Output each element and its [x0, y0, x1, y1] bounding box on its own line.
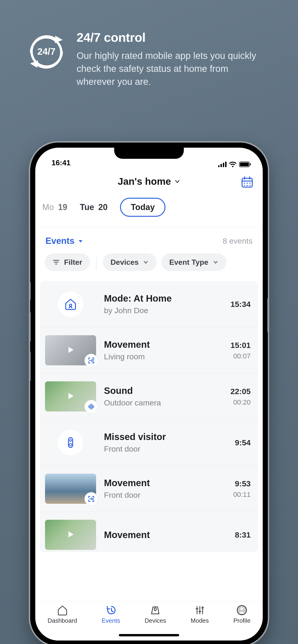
play-icon	[67, 530, 75, 539]
svg-rect-6	[250, 164, 251, 165]
profile-icon	[236, 604, 247, 616]
play-icon	[67, 392, 75, 401]
calendar-button[interactable]	[241, 176, 253, 190]
svg-point-16	[249, 185, 251, 186]
event-type-filter[interactable]: Event Type	[161, 254, 226, 271]
date-item-mon[interactable]: Mo 19	[42, 202, 67, 212]
event-row-sound-outdoor[interactable]: Sound Outdoor camera 22:05 00:20	[40, 374, 258, 420]
event-icon-doorbell	[45, 428, 96, 458]
history-icon	[105, 604, 117, 616]
sliders-icon	[194, 604, 205, 616]
chevron-down-icon	[143, 259, 149, 265]
svg-rect-0	[218, 165, 219, 167]
filter-button[interactable]: Filter	[45, 254, 90, 271]
events-dropdown[interactable]: Events	[46, 236, 83, 246]
home-selector[interactable]: Jan's home	[118, 176, 180, 187]
event-row-movement-front[interactable]: Movement Front door 9:53 00:11	[40, 466, 258, 512]
svg-point-13	[249, 183, 251, 184]
home-indicator	[119, 634, 179, 636]
battery-icon	[239, 162, 251, 167]
status-time: 16:41	[52, 158, 71, 167]
event-row-mode[interactable]: Mode: At Home by John Doe 15:34	[40, 281, 258, 327]
event-row-movement-last[interactable]: Movement 8:31	[40, 512, 258, 552]
svg-point-14	[244, 185, 245, 186]
svg-rect-3	[225, 162, 226, 167]
event-row-missed-visitor[interactable]: Missed visitor Front door 9:54	[40, 420, 258, 466]
phone-notch	[114, 148, 184, 159]
chevron-down-icon	[213, 259, 219, 265]
calendar-icon	[241, 176, 253, 188]
home-title: Jan's home	[118, 176, 171, 187]
chevron-down-icon	[174, 178, 180, 184]
tab-profile[interactable]: Profile	[233, 604, 250, 624]
events-list: Mode: At Home by John Doe 15:34 Movement	[40, 281, 258, 552]
promo-icon-label: 24/7	[37, 46, 56, 56]
svg-point-29	[69, 444, 72, 446]
sound-badge-icon	[85, 400, 98, 413]
phone-frame: 16:41 Jan's home Mo 19 Tue	[30, 142, 268, 644]
promo-title: 24/7 control	[77, 30, 262, 44]
filter-row: Filter Devices Event Type	[35, 254, 263, 281]
svg-point-20	[69, 304, 72, 306]
phone-screen: 16:41 Jan's home Mo 19 Tue	[35, 148, 263, 640]
svg-rect-5	[240, 162, 249, 166]
date-item-tue[interactable]: Tue 20	[80, 202, 107, 212]
event-icon-home	[45, 289, 96, 319]
svg-rect-1	[220, 164, 222, 167]
promo-247-icon: 24/7	[28, 30, 65, 74]
home-icon	[57, 604, 68, 616]
event-row-movement-living[interactable]: Movement Living room 15:01 00:07	[40, 327, 258, 374]
svg-point-11	[244, 183, 245, 184]
motion-badge-icon	[85, 492, 98, 506]
signal-icon	[218, 162, 226, 167]
event-thumbnail	[45, 335, 96, 365]
divider	[96, 255, 97, 270]
doorbell-icon	[64, 436, 77, 449]
svg-rect-2	[223, 163, 224, 167]
event-thumbnail	[45, 520, 96, 550]
home-icon	[64, 298, 77, 310]
filter-icon	[53, 258, 60, 266]
date-strip: Mo 19 Tue 20 Today	[35, 187, 263, 227]
tab-bar: Dashboard Events Devices Modes Profile	[35, 601, 263, 640]
tab-devices[interactable]: Devices	[145, 604, 166, 624]
svg-point-39	[240, 607, 243, 610]
promo-banner: 24/7 24/7 control Our highly rated mobil…	[28, 30, 270, 88]
device-icon	[150, 604, 161, 616]
motion-badge-icon	[85, 354, 98, 367]
tab-modes[interactable]: Modes	[191, 604, 209, 624]
triangle-down-icon	[78, 238, 83, 244]
svg-point-28	[70, 440, 72, 442]
tab-dashboard[interactable]: Dashboard	[48, 604, 77, 624]
event-thumbnail	[45, 381, 96, 412]
svg-point-30	[91, 498, 93, 500]
devices-filter[interactable]: Devices	[103, 254, 157, 271]
svg-point-15	[247, 185, 248, 186]
events-count: 8 events	[223, 236, 252, 246]
wifi-icon	[229, 162, 237, 167]
play-icon	[67, 346, 75, 355]
tab-events[interactable]: Events	[102, 604, 120, 624]
event-thumbnail	[45, 474, 96, 504]
date-item-today[interactable]: Today	[120, 198, 165, 217]
svg-rect-31	[154, 608, 156, 610]
svg-point-12	[247, 183, 248, 184]
promo-body: Our highly rated mobile app lets you qui…	[77, 49, 262, 88]
svg-point-21	[91, 360, 93, 362]
